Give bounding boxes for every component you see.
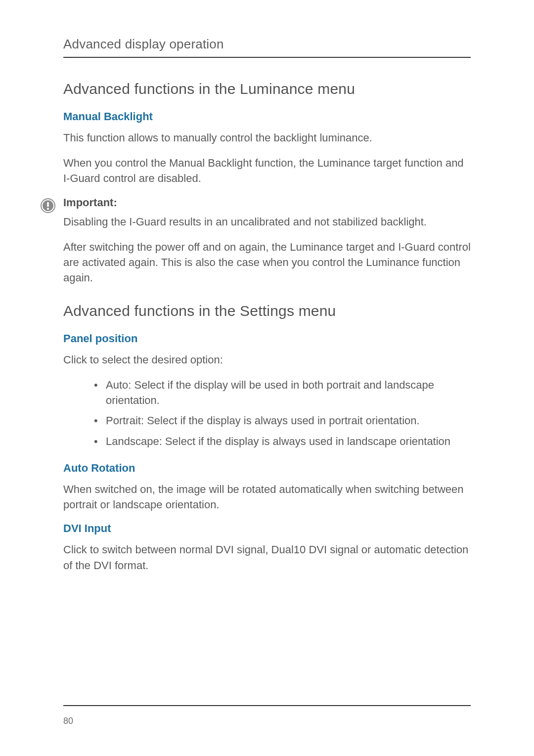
section-title-luminance: Advanced functions in the Luminance menu	[63, 81, 471, 97]
important-icon	[40, 196, 56, 214]
page-footer: 80	[63, 705, 471, 726]
heading-panel-position: Panel position	[63, 332, 471, 345]
manual-backlight-p2: When you control the Manual Backlight fu…	[63, 155, 471, 186]
heading-manual-backlight: Manual Backlight	[63, 110, 471, 123]
important-label: Important:	[63, 196, 471, 209]
list-item: Portrait: Select if the display is alway…	[94, 413, 471, 428]
svg-point-3	[47, 208, 49, 210]
page-number: 80	[63, 716, 471, 726]
panel-position-intro: Click to select the desired option:	[63, 352, 471, 367]
important-p1: Disabling the I-Guard results in an unca…	[63, 214, 471, 229]
important-p2: After switching the power off and on aga…	[63, 239, 471, 286]
manual-backlight-p1: This function allows to manually control…	[63, 130, 471, 145]
panel-position-options: Auto: Select if the display will be used…	[63, 377, 471, 449]
page-content: Advanced functions in the Luminance menu…	[63, 77, 471, 685]
auto-rotation-p1: When switched on, the image will be rota…	[63, 482, 471, 512]
svg-rect-2	[47, 202, 49, 207]
running-header: Advanced display operation	[63, 37, 471, 58]
section-title-settings: Advanced functions in the Settings menu	[63, 303, 471, 319]
list-item: Landscape: Select if the display is alwa…	[94, 434, 471, 449]
heading-dvi-input: DVI Input	[63, 522, 471, 535]
list-item: Auto: Select if the display will be used…	[94, 377, 471, 408]
dvi-input-p1: Click to switch between normal DVI signa…	[63, 542, 471, 573]
heading-auto-rotation: Auto Rotation	[63, 462, 471, 475]
important-block: Important: Disabling the I-Guard results…	[63, 196, 471, 296]
